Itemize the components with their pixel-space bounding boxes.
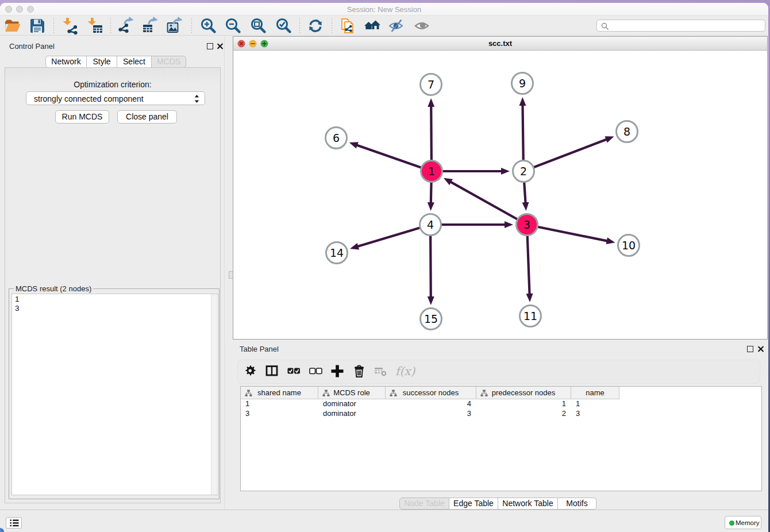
graph-node-6[interactable]: 6: [326, 128, 347, 149]
tab-motifs[interactable]: Motifs: [558, 498, 596, 510]
network-view-window: scc.txt 1 2 3: [233, 36, 768, 340]
clone-network-icon[interactable]: [338, 17, 357, 35]
select-all-icon[interactable]: [287, 365, 302, 380]
zoom-fit-icon[interactable]: [249, 17, 268, 35]
hide-panel-icon[interactable]: [388, 17, 406, 35]
add-column-icon[interactable]: [331, 365, 346, 380]
export-network-icon[interactable]: [117, 17, 136, 35]
cell-shared-name: 1: [241, 399, 318, 409]
open-session-icon[interactable]: [3, 17, 22, 35]
toolbar-separator: [332, 18, 332, 33]
application-window: Session: New Session: [0, 3, 768, 532]
export-table-icon[interactable]: [141, 17, 160, 35]
deselect-all-icon[interactable]: [309, 365, 324, 380]
graph-edge-3-11[interactable]: [526, 225, 533, 302]
table-panel-title: Table Panel: [240, 345, 279, 353]
graph-node-11[interactable]: 11: [520, 306, 541, 327]
table-row[interactable]: 1dominator411: [241, 399, 761, 409]
save-session-icon[interactable]: [28, 17, 47, 35]
cell-MCDS-role: dominator: [318, 409, 386, 419]
graph-node-8[interactable]: 8: [617, 121, 638, 142]
cell-name: 1: [571, 399, 619, 409]
mcds-result-title: MCDS result (2 nodes): [14, 284, 93, 293]
graph-node-1[interactable]: 1: [421, 161, 442, 182]
mcds-result-groupbox: MCDS result (2 nodes) 1 3: [9, 288, 220, 499]
mcds-result-scrollbar[interactable]: [211, 294, 217, 495]
column-header-shared-name[interactable]: shared name: [241, 387, 318, 399]
table-row[interactable]: 3dominator323: [241, 409, 761, 419]
tab-mcds[interactable]: MCDS: [152, 56, 186, 68]
graph-node-2[interactable]: 2: [513, 161, 534, 182]
svg-text:14: 14: [330, 246, 344, 259]
run-mcds-button[interactable]: Run MCDS: [55, 110, 109, 124]
control-panel-float-icon[interactable]: [207, 43, 213, 49]
search-input[interactable]: [611, 21, 760, 30]
home-layout-icon[interactable]: [363, 17, 382, 35]
function-builder-icon[interactable]: f(x): [395, 364, 415, 378]
panel-layout-icon[interactable]: [265, 365, 280, 380]
network-canvas[interactable]: 1 2 3 4 6 7 8 9 10 11 14 15: [233, 51, 767, 339]
svg-text:4: 4: [427, 218, 434, 231]
show-panel-icon[interactable]: [414, 17, 432, 35]
optimization-criterion-label: Optimization criterion:: [5, 80, 220, 89]
criterion-dropdown[interactable]: strongly connected component: [26, 91, 205, 105]
tab-style[interactable]: Style: [87, 56, 117, 68]
control-panel-close-icon[interactable]: [217, 43, 224, 49]
graph-edge-4-14[interactable]: [350, 225, 430, 250]
graph-edge-2-8[interactable]: [523, 136, 614, 171]
close-panel-button[interactable]: Close panel: [117, 110, 177, 124]
desktop-background: Session: New Session: [0, 0, 770, 532]
tab-network[interactable]: Network: [45, 56, 87, 68]
control-panel: Control Panel NetworkStyleSelectMCDS Opt…: [0, 36, 225, 510]
graph-edge-4-3[interactable]: [430, 221, 513, 228]
cell-successor-nodes: 3: [386, 409, 476, 419]
graph-node-10[interactable]: 10: [618, 235, 640, 256]
control-panel-title: Control Panel: [9, 42, 55, 51]
zoom-out-icon[interactable]: [224, 17, 242, 35]
column-header-successor-nodes[interactable]: successor nodes: [386, 387, 476, 399]
memory-status-dot: [729, 521, 734, 526]
svg-text:2: 2: [520, 165, 527, 178]
graph-node-15[interactable]: 15: [421, 309, 442, 330]
delete-column-icon[interactable]: [353, 365, 368, 380]
column-header-predecessor-nodes[interactable]: predecessor nodes: [476, 387, 571, 399]
column-settings-icon[interactable]: [244, 365, 259, 380]
column-header-name[interactable]: name: [571, 387, 619, 399]
tab-select[interactable]: Select: [117, 56, 152, 68]
graph-edge-3-10[interactable]: [527, 225, 615, 244]
svg-text:11: 11: [523, 310, 537, 322]
table-panel-close-icon[interactable]: [757, 345, 764, 352]
cell-predecessor-nodes: 2: [476, 409, 571, 419]
graph-edge-4-15[interactable]: [428, 225, 434, 305]
graph-node-3[interactable]: 3: [517, 214, 538, 236]
tab-edge-table[interactable]: Edge Table: [449, 498, 498, 510]
graph-node-9[interactable]: 9: [512, 73, 533, 94]
graph-node-14[interactable]: 14: [326, 242, 348, 264]
svg-text:9: 9: [519, 77, 526, 90]
export-image-icon[interactable]: [166, 17, 184, 35]
import-network-icon[interactable]: [61, 17, 79, 35]
table-panel-tabs: Node TableEdge TableNetwork TableMotifs: [399, 498, 596, 510]
graph-edge-1-6[interactable]: [349, 142, 432, 171]
zoom-in-icon[interactable]: [199, 17, 218, 35]
graph-edge-3-1[interactable]: [444, 178, 527, 225]
svg-text:6: 6: [333, 132, 340, 144]
search-box[interactable]: [596, 20, 765, 32]
table-panel-float-icon[interactable]: [747, 346, 753, 352]
delete-table-icon: [374, 365, 389, 380]
svg-text:3: 3: [523, 218, 530, 231]
graph-node-7[interactable]: 7: [421, 74, 442, 95]
task-list-icon: [9, 519, 20, 527]
graph-node-4[interactable]: 4: [420, 214, 441, 236]
mcds-result-text[interactable]: 1 3: [11, 294, 218, 495]
refresh-icon[interactable]: [306, 17, 325, 35]
tab-network-table[interactable]: Network Table: [498, 498, 558, 510]
import-table-icon[interactable]: [86, 17, 104, 35]
graph-edge-1-2[interactable]: [432, 168, 510, 175]
zoom-selected-icon[interactable]: [275, 17, 293, 35]
tab-node-table[interactable]: Node Table: [399, 498, 449, 510]
memory-button[interactable]: Memory: [725, 516, 761, 529]
column-header-MCDS-role[interactable]: MCDS role: [318, 387, 386, 399]
svg-text:15: 15: [424, 313, 438, 325]
task-history-button[interactable]: [6, 517, 22, 529]
